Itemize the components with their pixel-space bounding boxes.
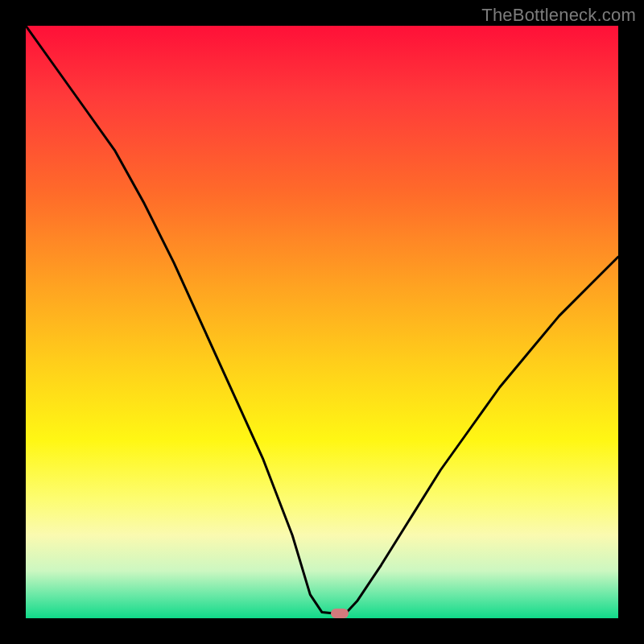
chart-frame: TheBottleneck.com: [0, 0, 644, 644]
curve-svg: [26, 26, 618, 618]
plot-area: [26, 26, 618, 618]
optimal-marker: [331, 609, 349, 618]
watermark-text: TheBottleneck.com: [481, 5, 636, 26]
bottleneck-curve: [26, 26, 618, 613]
